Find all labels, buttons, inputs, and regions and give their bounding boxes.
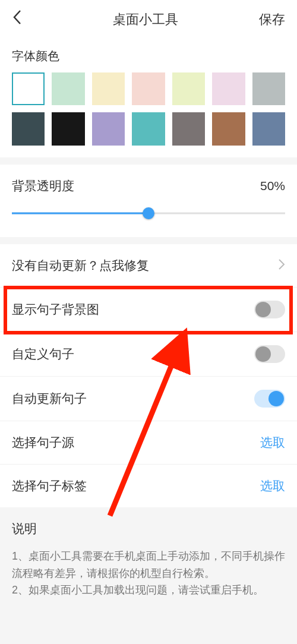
choose-source-row[interactable]: 选择句子源 选取 <box>0 421 297 465</box>
color-swatch-4[interactable] <box>172 72 205 105</box>
show-bg-toggle[interactable] <box>254 301 285 318</box>
desc-line2: 2、如果桌面小工具加载出现问题，请尝试重启手机。 <box>12 582 285 599</box>
back-button[interactable] <box>12 9 36 30</box>
description-section: 说明 1、桌面小工具需要在手机桌面上手动添加，不同手机操作流程略有差异，请根据你… <box>0 507 297 612</box>
font-color-label: 字体颜色 <box>12 48 285 64</box>
desc-line1: 1、桌面小工具需要在手机桌面上手动添加，不同手机操作流程略有差异，请根据你的机型… <box>12 548 285 582</box>
show-bg-row: 显示句子背景图 <box>0 288 297 332</box>
custom-toggle[interactable] <box>254 345 285 363</box>
color-swatch-9[interactable] <box>92 112 125 145</box>
color-swatch-12[interactable] <box>212 112 245 145</box>
page-title: 桌面小工具 <box>113 11 178 29</box>
color-swatch-6[interactable] <box>252 72 285 105</box>
repair-row[interactable]: 没有自动更新？点我修复 <box>0 244 297 288</box>
color-swatch-5[interactable] <box>212 72 245 105</box>
choose-tag-label: 选择句子标签 <box>12 478 87 494</box>
color-swatch-10[interactable] <box>132 112 165 145</box>
color-swatch-1[interactable] <box>52 72 84 105</box>
font-color-section: 字体颜色 <box>0 39 297 157</box>
chevron-right-icon <box>278 257 285 274</box>
choose-source-label: 选择句子源 <box>12 434 74 451</box>
save-button[interactable]: 保存 <box>255 11 285 29</box>
auto-update-label: 自动更新句子 <box>12 390 87 407</box>
color-swatch-11[interactable] <box>172 112 205 145</box>
opacity-slider[interactable] <box>12 206 285 220</box>
custom-row: 自定义句子 <box>0 332 297 377</box>
color-swatch-7[interactable] <box>12 112 45 145</box>
repair-label: 没有自动更新？点我修复 <box>12 257 149 274</box>
color-swatch-8[interactable] <box>52 112 84 145</box>
color-swatch-grid <box>12 72 285 146</box>
choose-tag-row[interactable]: 选择句子标签 选取 <box>0 465 297 507</box>
color-swatch-13[interactable] <box>252 112 285 145</box>
custom-label: 自定义句子 <box>12 346 74 362</box>
header: 桌面小工具 保存 <box>0 0 297 39</box>
opacity-value: 50% <box>260 179 285 193</box>
color-swatch-0[interactable] <box>12 72 45 105</box>
select-tag-action[interactable]: 选取 <box>260 478 285 494</box>
select-source-action[interactable]: 选取 <box>260 434 285 451</box>
show-bg-label: 显示句子背景图 <box>12 301 99 318</box>
opacity-row: 背景透明度 50% <box>0 165 297 237</box>
color-swatch-3[interactable] <box>132 72 165 105</box>
slider-thumb[interactable] <box>143 207 154 219</box>
opacity-label: 背景透明度 <box>12 178 74 194</box>
color-swatch-2[interactable] <box>92 72 125 105</box>
desc-title: 说明 <box>12 520 285 537</box>
settings-group: 没有自动更新？点我修复 显示句子背景图 自定义句子 自动更新句子 选择句子源 选… <box>0 244 297 507</box>
auto-update-row: 自动更新句子 <box>0 377 297 421</box>
opacity-group: 背景透明度 50% <box>0 165 297 237</box>
auto-update-toggle[interactable] <box>254 390 285 408</box>
